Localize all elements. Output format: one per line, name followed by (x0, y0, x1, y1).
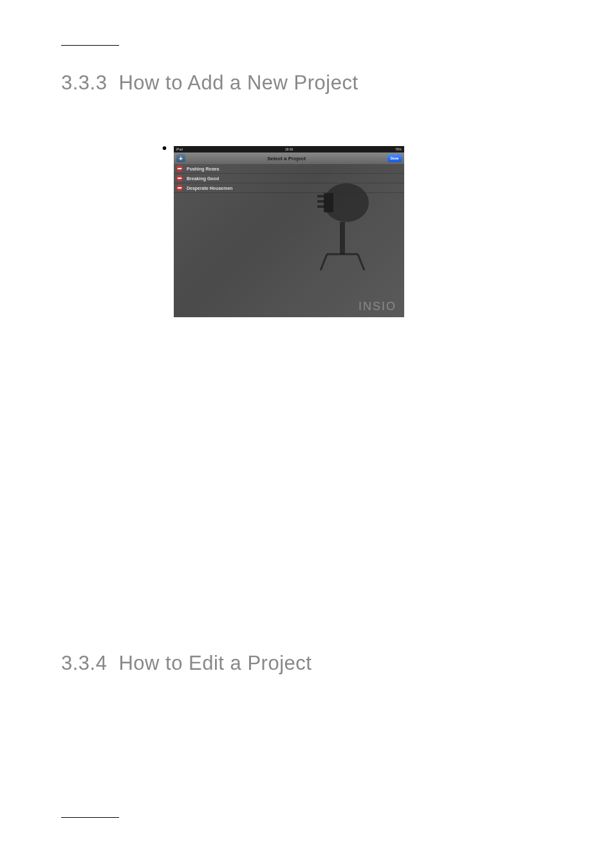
top-horizontal-rule (61, 45, 119, 46)
svg-rect-1 (324, 193, 333, 212)
section-heading-334: 3.3.4How to Edit a Project (61, 652, 553, 675)
svg-line-5 (358, 254, 364, 270)
spotlight-image (288, 171, 385, 273)
plus-icon: + (179, 155, 183, 162)
done-label: Done (391, 156, 399, 160)
ipad-nav-bar: + Select a Project Done (174, 152, 404, 164)
project-name: Pushing Roses (187, 167, 219, 171)
svg-rect-7 (317, 200, 325, 203)
add-project-button[interactable]: + (176, 154, 185, 162)
navbar-title: Select a Project (267, 156, 306, 162)
delete-icon[interactable] (176, 175, 183, 181)
statusbar-device: iPad (176, 147, 183, 151)
section-number: 3.3.3 (61, 71, 107, 94)
figure-container: iPad 18:06 78% + Select a Project Done P… (174, 146, 553, 317)
svg-rect-6 (317, 195, 325, 198)
bottom-horizontal-rule (61, 817, 119, 818)
svg-rect-8 (317, 205, 325, 208)
section-title: How to Add a New Project (118, 71, 358, 94)
section-title: How to Edit a Project (118, 652, 312, 674)
delete-icon[interactable] (176, 165, 183, 172)
project-name: Desperate Housemen (187, 186, 233, 190)
done-button[interactable]: Done (387, 154, 402, 162)
ipad-status-bar: iPad 18:06 78% (174, 146, 404, 152)
ipad-content-area: Pushing Roses Breaking Good Desperate Ho… (174, 164, 404, 317)
statusbar-battery: 78% (395, 147, 402, 151)
project-name: Breaking Good (187, 176, 219, 181)
delete-icon[interactable] (176, 185, 183, 191)
svg-rect-2 (340, 222, 345, 254)
statusbar-time: 18:06 (285, 147, 293, 151)
ipad-screenshot: iPad 18:06 78% + Select a Project Done P… (174, 146, 404, 317)
section-number: 3.3.4 (61, 652, 107, 674)
svg-line-4 (321, 254, 327, 270)
insio-logo: INSIO (358, 300, 396, 313)
section-heading-333: 3.3.3How to Add a New Project (61, 71, 553, 95)
